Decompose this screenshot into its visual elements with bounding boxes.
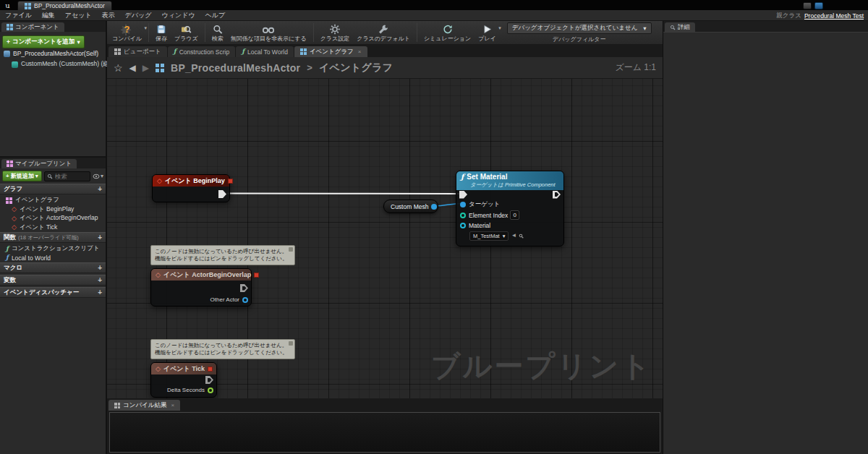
breadcrumb-current[interactable]: イベントグラフ <box>319 61 393 74</box>
menu-debug[interactable]: デバッグ <box>120 11 157 20</box>
hide-unrelated-button[interactable]: 無関係な項目を非表示にする <box>227 21 310 44</box>
viewport-tab-label: ビューポート <box>124 48 161 56</box>
local-to-world-item[interactable]: ƒ Local to World <box>0 254 106 263</box>
blueprint-search-box[interactable] <box>44 171 90 181</box>
section-dispatchers[interactable]: イベントディスパッチャー + <box>0 287 106 298</box>
details-tab-label: 詳細 <box>678 23 690 32</box>
section-macros[interactable]: マクロ + <box>0 262 106 273</box>
components-tab-label: コンポーネント <box>15 23 59 32</box>
tab-construction-script[interactable]: ƒ Construction Scrip <box>168 46 235 57</box>
tab-event-graph[interactable]: イベントグラフ × <box>294 46 367 57</box>
titlebar-utility-icon-1[interactable] <box>803 2 812 9</box>
wrench-icon <box>378 24 389 35</box>
play-button[interactable]: プレイ ▾ <box>475 21 500 44</box>
window-tab[interactable]: BP_ProceduralMeshActor <box>17 1 112 10</box>
chevron-down-icon[interactable]: ▾ <box>498 25 501 31</box>
component-item-custommesh[interactable]: CustomMesh (CustomMesh) (継承) <box>2 59 103 70</box>
element-index-input[interactable]: 0 <box>511 211 519 219</box>
add-component-button[interactable]: + コンポーネントを追加 ▾ <box>2 35 85 48</box>
event-beginplay-item[interactable]: ◇ イベント BeginPlay <box>0 205 106 215</box>
add-macro-icon[interactable]: + <box>98 264 102 272</box>
debug-object-select[interactable]: デバッグオブジェクトが選択されていません ▾ <box>507 22 652 34</box>
menu-asset[interactable]: アセット <box>60 11 97 20</box>
event-graph-canvas[interactable]: ◇ イベント BeginPlay Custom Mesh ƒ Set Mater… <box>107 79 663 398</box>
menu-edit[interactable]: 編集 <box>37 11 60 20</box>
view-options-button[interactable]: ▾ <box>93 173 103 179</box>
node-custom-mesh-get[interactable]: Custom Mesh <box>383 200 438 213</box>
element-index-pin[interactable] <box>460 213 466 218</box>
my-blueprint-tab-icon <box>7 160 13 167</box>
menu-help[interactable]: ヘルプ <box>200 11 231 20</box>
node-event-beginplay[interactable]: ◇ イベント BeginPlay <box>152 174 230 202</box>
section-variables[interactable]: 変数 + <box>0 275 106 286</box>
section-graphs[interactable]: グラフ + <box>0 184 106 194</box>
exec-output-pin[interactable] <box>240 284 248 292</box>
object-output-pin[interactable] <box>431 204 437 210</box>
my-blueprint-tabbar: マイブループリント <box>0 158 106 168</box>
exec-output-pin[interactable] <box>218 190 226 198</box>
node-event-actorbeginoverlap[interactable]: ◇ イベント ActorBeginOverlap Other Actor <box>150 268 252 307</box>
class-defaults-label: クラスのデフォルト <box>357 35 410 42</box>
use-selected-asset-icon[interactable]: ◄ <box>511 233 516 239</box>
section-functions-label: 関数 <box>4 234 16 242</box>
class-settings-button[interactable]: クラス設定 <box>317 21 354 44</box>
add-variable-icon[interactable]: + <box>98 276 102 284</box>
tab-viewport[interactable]: ビューポート <box>109 46 167 57</box>
node-set-material[interactable]: ƒ Set Material ターゲットは Primitive Componen… <box>456 171 564 247</box>
node-event-tick[interactable]: ◇ イベント Tick Delta Seconds <box>150 362 217 398</box>
event-tick-item[interactable]: ◇ イベント Tick <box>0 223 106 233</box>
material-asset-value: M_TestMat <box>473 233 500 239</box>
add-graph-icon[interactable]: + <box>98 185 102 193</box>
exec-output-pin[interactable] <box>553 191 561 199</box>
browse-button[interactable]: ブラウズ <box>171 21 202 44</box>
menu-view[interactable]: 表示 <box>97 11 120 20</box>
add-dispatcher-icon[interactable]: + <box>98 288 102 296</box>
beginplay-node-title: イベント BeginPlay <box>165 176 225 186</box>
tab-compile-results[interactable]: コンパイル結果 × <box>109 400 180 411</box>
add-function-icon[interactable]: + <box>98 234 102 241</box>
event-node-icon: ◇ <box>12 206 17 213</box>
close-icon[interactable]: × <box>358 48 362 55</box>
construction-script-label: コンストラクションスクリプト <box>12 244 100 253</box>
simulation-button[interactable]: シミュレーション <box>420 21 475 44</box>
back-icon[interactable]: ◀ <box>129 63 136 73</box>
add-new-button[interactable]: + 新規追加 ▾ <box>2 171 42 181</box>
tab-details[interactable]: 詳細 <box>665 22 695 32</box>
save-button[interactable]: 保存 <box>152 21 171 44</box>
material-asset-dropdown[interactable]: M_TestMat ▾ <box>469 231 509 241</box>
parent-class-label: 親クラス <box>776 12 801 20</box>
section-functions[interactable]: 関数 (18 オーバーライド可能) + <box>0 232 106 243</box>
menu-file[interactable]: ファイル <box>0 11 37 20</box>
exec-input-pin[interactable] <box>459 191 467 199</box>
parent-class-link[interactable]: Procedural Mesh Test <box>804 12 864 20</box>
tab-components[interactable]: コンポーネント <box>1 22 64 32</box>
play-label: プレイ <box>478 35 496 42</box>
find-button[interactable]: 検索 <box>208 21 227 44</box>
browse-asset-icon[interactable] <box>519 234 524 239</box>
target-pin[interactable] <box>460 202 466 207</box>
blueprint-search-input[interactable] <box>55 173 88 180</box>
chevron-down-icon[interactable]: ▾ <box>144 25 147 31</box>
event-actorbeginoverlap-item[interactable]: ◇ イベント ActorBeginOverlap <box>0 214 106 223</box>
forward-icon[interactable]: ▶ <box>142 63 149 73</box>
component-item-self[interactable]: BP_ProceduralMeshActor(Self) <box>2 48 103 59</box>
tab-local-to-world[interactable]: ƒ Local To World <box>236 46 294 57</box>
titlebar-utility-icon-2[interactable] <box>814 2 823 9</box>
close-icon[interactable]: × <box>171 402 175 408</box>
component-custommesh-label: CustomMesh (CustomMesh) (継承) <box>21 60 117 69</box>
other-actor-pin[interactable] <box>242 297 248 303</box>
construction-script-item[interactable]: ƒ コンストラクションスクリプト <box>0 244 106 254</box>
tab-my-blueprint[interactable]: マイブループリント <box>1 159 77 168</box>
exec-output-pin[interactable] <box>205 376 213 384</box>
delta-seconds-pin[interactable] <box>208 387 213 393</box>
breadcrumb-root[interactable]: BP_ProceduralMeshActor <box>171 62 300 74</box>
class-defaults-button[interactable]: クラスのデフォルト <box>353 21 414 44</box>
hide-unrelated-label: 無関係な項目を非表示にする <box>231 35 307 42</box>
event-node-icon: ◇ <box>12 224 17 231</box>
favorite-icon[interactable]: ☆ <box>114 62 123 74</box>
eventgraph-item[interactable]: イベントグラフ <box>0 196 106 205</box>
blueprint-watermark: ブループリント <box>430 346 652 386</box>
compile-button[interactable]: ? コンパイル ▾ <box>109 21 145 44</box>
material-pin[interactable] <box>460 223 466 228</box>
menu-window[interactable]: ウィンドウ <box>157 11 200 20</box>
